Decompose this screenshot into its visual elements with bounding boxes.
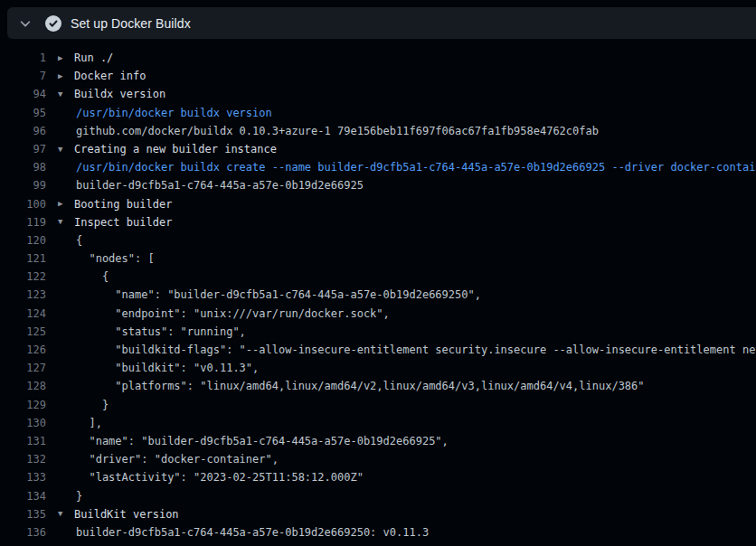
chevron-down-icon[interactable] bbox=[19, 17, 32, 30]
output-text: { bbox=[76, 268, 109, 286]
log-output: 1▶Run ./7▶Docker info94▼Buildx version95… bbox=[0, 39, 756, 541]
line-number[interactable]: 134 bbox=[0, 487, 46, 505]
group-label: Inspect builder bbox=[74, 213, 172, 231]
line-number[interactable]: 130 bbox=[0, 414, 46, 432]
output-text: "name": "builder-d9cfb5a1-c764-445a-a57e… bbox=[76, 286, 481, 304]
log-line: 124 "endpoint": "unix:///var/run/docker.… bbox=[0, 305, 756, 323]
line-number[interactable]: 95 bbox=[0, 104, 46, 122]
line-number[interactable]: 121 bbox=[0, 249, 46, 268]
line-number[interactable]: 96 bbox=[0, 122, 46, 140]
line-number[interactable]: 126 bbox=[0, 341, 46, 359]
line-number[interactable]: 1 bbox=[0, 49, 46, 67]
output-text: github.com/docker/buildx 0.10.3+azure-1 … bbox=[76, 122, 599, 140]
log-line[interactable]: 97▼Creating a new builder instance bbox=[0, 140, 756, 158]
line-number[interactable]: 136 bbox=[0, 523, 46, 541]
line-number[interactable]: 124 bbox=[0, 305, 46, 323]
output-text: "driver": "docker-container", bbox=[76, 450, 279, 468]
group-collapsed-icon[interactable]: ▶ bbox=[58, 54, 74, 62]
output-text: builder-d9cfb5a1-c764-445a-a57e-0b19d2e6… bbox=[76, 176, 364, 194]
group-label: Buildx version bbox=[74, 85, 165, 103]
output-text: "platforms": "linux/amd64,linux/amd64/v2… bbox=[76, 377, 645, 395]
output-text: } bbox=[76, 396, 109, 414]
log-line[interactable]: 1▶Run ./ bbox=[0, 49, 756, 67]
line-number[interactable]: 131 bbox=[0, 432, 46, 450]
line-number[interactable]: 98 bbox=[0, 158, 46, 176]
log-line: 123 "name": "builder-d9cfb5a1-c764-445a-… bbox=[0, 286, 756, 304]
output-text: "name": "builder-d9cfb5a1-c764-445a-a57e… bbox=[76, 432, 449, 450]
log-line[interactable]: 94▼Buildx version bbox=[0, 85, 756, 103]
line-number[interactable]: 132 bbox=[0, 450, 46, 468]
step-title: Set up Docker Buildx bbox=[71, 16, 191, 31]
log-line: 134} bbox=[0, 487, 756, 505]
group-expanded-icon[interactable]: ▼ bbox=[58, 218, 74, 226]
group-label: Booting builder bbox=[74, 195, 172, 213]
output-text: ], bbox=[76, 414, 102, 432]
line-number[interactable]: 94 bbox=[0, 85, 46, 103]
output-text: "status": "running", bbox=[76, 323, 246, 341]
log-line[interactable]: 119▼Inspect builder bbox=[0, 213, 756, 231]
log-line: 127 "buildkit": "v0.11.3", bbox=[0, 359, 756, 377]
line-number[interactable]: 100 bbox=[0, 195, 46, 213]
step-header[interactable]: Set up Docker Buildx bbox=[7, 7, 756, 39]
success-check-icon bbox=[45, 15, 61, 32]
log-line: 98/usr/bin/docker buildx create --name b… bbox=[0, 158, 756, 176]
line-number[interactable]: 125 bbox=[0, 323, 46, 341]
log-line: 120{ bbox=[0, 231, 756, 249]
log-line: 99builder-d9cfb5a1-c764-445a-a57e-0b19d2… bbox=[0, 176, 756, 194]
log-line[interactable]: 100▶Booting builder bbox=[0, 195, 756, 213]
group-expanded-icon[interactable]: ▼ bbox=[58, 510, 74, 518]
log-line: 96github.com/docker/buildx 0.10.3+azure-… bbox=[0, 122, 756, 140]
log-line: 132 "driver": "docker-container", bbox=[0, 450, 756, 468]
line-number[interactable]: 128 bbox=[0, 377, 46, 395]
group-label: BuildKit version bbox=[74, 505, 179, 523]
line-number[interactable]: 129 bbox=[0, 396, 46, 414]
log-line: 136builder-d9cfb5a1-c764-445a-a57e-0b19d… bbox=[0, 523, 756, 541]
log-line: 95/usr/bin/docker buildx version bbox=[0, 104, 756, 122]
output-text: } bbox=[76, 487, 82, 505]
line-number[interactable]: 97 bbox=[0, 140, 46, 158]
output-text: "endpoint": "unix:///var/run/docker.sock… bbox=[76, 305, 390, 323]
output-text: "buildkitd-flags": "--allow-insecure-ent… bbox=[76, 341, 756, 359]
group-label: Creating a new builder instance bbox=[74, 140, 277, 158]
output-text: "nodes": [ bbox=[76, 249, 155, 268]
log-line: 121 "nodes": [ bbox=[0, 249, 756, 268]
log-line: 128 "platforms": "linux/amd64,linux/amd6… bbox=[0, 377, 756, 395]
log-viewer: Set up Docker Buildx 1▶Run ./7▶Docker in… bbox=[0, 7, 756, 541]
group-collapsed-icon[interactable]: ▶ bbox=[58, 72, 74, 80]
log-line: 122 { bbox=[0, 268, 756, 286]
log-line: 130 ], bbox=[0, 414, 756, 432]
group-expanded-icon[interactable]: ▼ bbox=[58, 90, 74, 99]
command-text: /usr/bin/docker buildx version bbox=[76, 104, 272, 122]
line-number[interactable]: 119 bbox=[0, 213, 46, 231]
line-number[interactable]: 122 bbox=[0, 268, 46, 286]
line-number[interactable]: 99 bbox=[0, 176, 46, 194]
log-line: 133 "lastActivity": "2023-02-25T11:58:12… bbox=[0, 468, 756, 486]
line-number[interactable]: 7 bbox=[0, 67, 46, 85]
log-line[interactable]: 135▼BuildKit version bbox=[0, 505, 756, 523]
output-text: { bbox=[76, 231, 82, 249]
output-text: "lastActivity": "2023-02-25T11:58:12.000… bbox=[76, 468, 364, 486]
line-number[interactable]: 120 bbox=[0, 231, 46, 249]
log-line: 126 "buildkitd-flags": "--allow-insecure… bbox=[0, 341, 756, 359]
log-line[interactable]: 7▶Docker info bbox=[0, 67, 756, 85]
group-expanded-icon[interactable]: ▼ bbox=[58, 146, 74, 154]
line-number[interactable]: 127 bbox=[0, 359, 46, 377]
line-number[interactable]: 133 bbox=[0, 468, 46, 486]
log-line: 131 "name": "builder-d9cfb5a1-c764-445a-… bbox=[0, 432, 756, 450]
line-number[interactable]: 135 bbox=[0, 505, 46, 523]
output-text: "buildkit": "v0.11.3", bbox=[76, 359, 259, 377]
output-text: builder-d9cfb5a1-c764-445a-a57e-0b19d2e6… bbox=[76, 523, 429, 541]
line-number[interactable]: 123 bbox=[0, 286, 46, 304]
log-line: 125 "status": "running", bbox=[0, 323, 756, 341]
log-line: 129 } bbox=[0, 396, 756, 414]
group-label: Docker info bbox=[74, 67, 146, 85]
command-text: /usr/bin/docker buildx create --name bui… bbox=[76, 158, 756, 176]
group-label: Run ./ bbox=[74, 49, 113, 67]
group-collapsed-icon[interactable]: ▶ bbox=[58, 200, 74, 208]
